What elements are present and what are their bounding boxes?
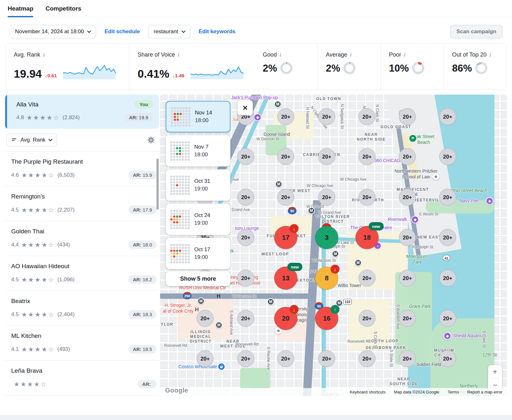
report-error-link[interactable]: Report a map error	[467, 390, 502, 394]
mini-heatmap	[170, 210, 190, 229]
info-icon[interactable]: i	[404, 52, 405, 58]
map-rank-bubble[interactable]: 20+	[439, 270, 456, 287]
map-rank-bubble[interactable]: 20+	[359, 350, 376, 367]
map-rank-bubble[interactable]: 20+	[318, 189, 335, 206]
your-business-card[interactable]: Alla Vita You 4.8 ★★★★☆ (2,824) AR:19.9	[5, 95, 159, 129]
business-row[interactable]: AO Hawaiian Hideout 4.5★★★★☆ (1,096) AR:…	[5, 256, 159, 291]
date-selector[interactable]: November 14, 2024 at 18:00	[10, 25, 96, 38]
close-panel-button[interactable]: ×	[237, 100, 253, 115]
map-rank-bubble[interactable]: 20+	[277, 148, 294, 165]
map-rank-bubble[interactable]: 20+	[237, 310, 254, 327]
keyboard-shortcuts-link[interactable]: Keyboard shortcuts	[350, 390, 386, 394]
map-rank-bubble[interactable]: 20+	[318, 108, 335, 125]
edit-keywords-link[interactable]: Edit keywords	[199, 28, 236, 35]
map-rank-bubble[interactable]: ↓8	[315, 267, 338, 290]
map-rank-bubble[interactable]: 20+	[237, 270, 254, 287]
map-rank-bubble[interactable]: 20+	[439, 310, 456, 327]
business-row[interactable]: Leña Brava ★★★★☆ AR:	[5, 361, 159, 395]
map-rank-bubble[interactable]: 20+	[237, 189, 254, 206]
map-rank-bubble[interactable]: 20+	[318, 350, 335, 367]
map-rank-bubble[interactable]: 20+	[439, 148, 456, 165]
terms-link[interactable]: Terms	[448, 390, 459, 394]
map-rank-bubble[interactable]: 20+	[399, 310, 416, 327]
business-row[interactable]: ML Kitchen 4.1★★★★☆ (493) AR:18.5	[5, 326, 159, 361]
tab-competitors[interactable]: Competitors	[45, 5, 81, 13]
keyword-selector[interactable]: restaurant	[148, 25, 190, 38]
info-icon[interactable]: i	[43, 52, 44, 58]
date-card-oct-17[interactable]: Oct 17 19:00	[166, 238, 230, 269]
show-more-dates-button[interactable]: Show 5 more	[166, 271, 230, 286]
map-rank-bubble[interactable]: ↓20	[274, 307, 297, 330]
map-rank-bubble[interactable]: 20+	[359, 189, 376, 206]
map-rank-bubble[interactable]: 20+	[439, 350, 456, 367]
poi-icon: ◆	[444, 332, 451, 340]
date-card-nov-14[interactable]: Nov 14 18:00	[166, 101, 230, 132]
business-row[interactable]: Golden Thai 4.4★★★★☆ (434) AR:18.0	[5, 221, 159, 256]
map-rank-bubble[interactable]: ↓3	[315, 226, 338, 249]
gear-icon[interactable]	[148, 136, 155, 144]
map-rank-bubble[interactable]: 20+	[399, 229, 416, 246]
sort-dropdown[interactable]: Avg. Rank	[6, 134, 57, 146]
avg-rank-pill: AR:	[138, 380, 156, 388]
map-rank-bubble[interactable]: 20+	[318, 148, 335, 165]
business-row[interactable]: Remington's 4.5★★★★☆ (2,207) AR:17.9	[5, 186, 159, 221]
map-rank-bubble[interactable]: 20+	[399, 350, 416, 367]
map-label: S Racine Ave	[266, 347, 271, 370]
donut-chart	[343, 62, 356, 74]
map-label: Soldier Field	[416, 362, 441, 368]
map-rank-bubble[interactable]: 20+	[439, 229, 456, 246]
map-rank-bubble[interactable]: 20+	[399, 108, 416, 125]
map-rank-bubble[interactable]: 20+	[277, 189, 294, 206]
donut-chart	[280, 62, 292, 74]
map-rank-bubble[interactable]: 20+	[439, 108, 456, 125]
map-rank-bubble[interactable]: 20+	[399, 270, 416, 287]
map-rank-bubble[interactable]: 20+	[399, 148, 416, 165]
map-label: W Chicago Ave	[340, 177, 366, 182]
stat-value: 86%	[452, 63, 472, 73]
rank-value: 20+	[237, 189, 254, 206]
map-rank-bubble[interactable]: ↑16	[315, 307, 338, 330]
date-card-oct-24[interactable]: Oct 24 19:00	[166, 204, 230, 235]
business-row[interactable]: Beatrix 4.5★★★★☆ (2,404) AR:18.3	[5, 291, 159, 326]
map-rank-bubble[interactable]: 20+	[359, 148, 376, 165]
info-icon[interactable]: i	[490, 52, 491, 58]
map-label: W Chicago Ave	[307, 183, 333, 188]
info-icon[interactable]: i	[350, 52, 351, 58]
map-rank-bubble[interactable]: 20+	[439, 189, 456, 206]
map-rank-bubble[interactable]: 20+	[237, 148, 254, 165]
map-rank-bubble[interactable]: 20+	[399, 189, 416, 206]
map-rank-bubble[interactable]: new13	[274, 267, 297, 290]
edit-schedule-link[interactable]: Edit schedule	[104, 28, 140, 35]
info-icon[interactable]: i	[178, 52, 179, 58]
map-rank-bubble[interactable]: 20+	[359, 108, 376, 125]
map-rank-bubble[interactable]: 20+	[237, 350, 254, 367]
map[interactable]: WICKER PARKOLD TOWNGOLD COASTNEAR NORTH …	[160, 95, 507, 396]
map-rank-bubble[interactable]: 20+	[359, 310, 376, 327]
map-rank-bubble[interactable]: new18	[356, 226, 379, 249]
rank-value: 20+	[439, 270, 456, 287]
map-rank-bubble[interactable]: 20+	[197, 310, 214, 327]
business-row[interactable]: The Purple Pig Restaurant 4.6★★★★☆ (6,50…	[5, 152, 159, 186]
sidebar-scrollbar[interactable]	[156, 159, 159, 210]
info-icon[interactable]: i	[280, 52, 281, 58]
date-card-oct-31[interactable]: Oct 31 19:00	[166, 169, 230, 201]
sort-icon	[12, 138, 17, 142]
map-label: YLOR	[161, 322, 173, 327]
map-data-credit[interactable]: Map data ©2024 Google	[394, 390, 439, 394]
rating-value: 4.4	[11, 242, 19, 248]
map-rank-bubble[interactable]: 20+	[277, 350, 294, 367]
map-rank-bubble[interactable]: 20+	[277, 108, 294, 125]
date-card-nov-7[interactable]: Nov 7 18:00	[166, 135, 230, 167]
rank-value: 20+	[399, 148, 416, 165]
scan-campaign-button[interactable]: Scan campaign	[450, 25, 502, 38]
mini-heatmap	[170, 244, 190, 263]
map-rank-bubble[interactable]: ↓17	[274, 226, 297, 249]
avg-rank-pill: AR:15.9	[128, 171, 156, 179]
map-rank-bubble[interactable]: 20+	[197, 350, 214, 367]
map-rank-bubble[interactable]: 20+	[359, 270, 376, 287]
metro-station-icon: M	[355, 259, 362, 266]
tab-heatmap[interactable]: Heatmap	[8, 5, 33, 13]
map-rank-bubble[interactable]: 20+	[237, 229, 254, 246]
rank-value: 20+	[439, 189, 456, 206]
zoom-in-button[interactable]: +	[488, 365, 502, 378]
